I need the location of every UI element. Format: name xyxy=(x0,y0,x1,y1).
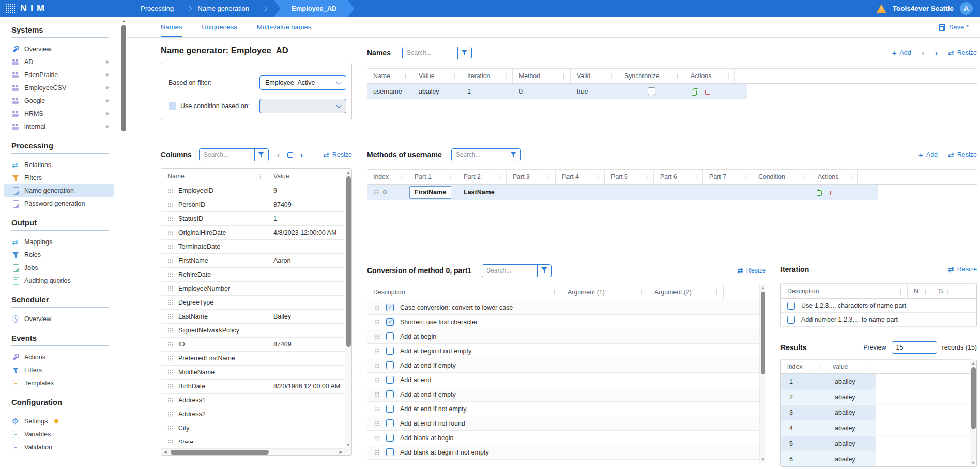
sidebar-item[interactable]: Filters ▶ xyxy=(4,364,114,376)
drag-handle-icon[interactable] xyxy=(374,450,380,455)
column-menu-icon[interactable]: ⋮ xyxy=(742,174,748,180)
column-menu-icon[interactable]: ⋮ xyxy=(923,288,929,294)
scroll-left-icon[interactable]: ◀ xyxy=(162,449,169,456)
drag-handle-icon[interactable] xyxy=(167,342,173,347)
trash-icon[interactable] xyxy=(829,189,835,195)
based-on-filter-select[interactable]: Employee_Active xyxy=(259,75,346,90)
page-indicator-icon[interactable] xyxy=(287,152,293,158)
columns-table-row[interactable]: MiddleName xyxy=(161,366,345,380)
chevron-right-icon[interactable]: ▶ xyxy=(106,124,110,129)
conversion-checkbox[interactable] xyxy=(386,332,394,340)
sidebar-item[interactable]: Jobs ▶ xyxy=(4,261,114,274)
drag-handle-icon[interactable] xyxy=(167,440,173,443)
resize-button[interactable]: ⇄Resize xyxy=(948,266,977,273)
conversion-row[interactable]: Add at begin xyxy=(367,329,759,344)
conversion-checkbox[interactable] xyxy=(386,434,394,442)
next-page-button[interactable]: › xyxy=(300,150,303,159)
use-condition-checkbox[interactable] xyxy=(169,102,176,110)
synchronize-checkbox[interactable] xyxy=(648,87,655,95)
columns-table-row[interactable]: TerminateDate xyxy=(161,240,345,254)
main-tab[interactable]: Uniqueness xyxy=(202,17,237,37)
resize-button[interactable]: ⇄Resize xyxy=(948,151,977,158)
drag-handle-icon[interactable] xyxy=(167,356,173,361)
results-row[interactable]: 1 abailey xyxy=(781,374,970,389)
sidebar-item[interactable]: Google ▶ xyxy=(4,94,114,107)
main-tab[interactable]: Multi-value names xyxy=(257,17,312,37)
columns-table-row[interactable]: BirthDate 8/20/1986 12:00:00 AM xyxy=(161,380,345,394)
column-menu-icon[interactable]: ⋮ xyxy=(257,173,264,179)
sidebar-item[interactable]: EdenPrairie ▶ xyxy=(4,68,114,81)
drag-handle-icon[interactable] xyxy=(167,314,173,319)
columns-table-row[interactable]: FirstName Aaron xyxy=(161,254,345,268)
conversion-checkbox[interactable] xyxy=(386,390,394,398)
columns-table-row[interactable]: EmployeeID 9 xyxy=(161,184,345,198)
column-menu-icon[interactable]: ⋮ xyxy=(552,289,558,295)
results-row[interactable]: 2 abailey xyxy=(781,389,970,405)
scroll-up-icon[interactable]: ▲ xyxy=(760,284,766,291)
chevron-right-icon[interactable]: ▶ xyxy=(106,59,110,64)
conversion-row[interactable]: Add at end if empty xyxy=(367,358,759,373)
chevron-right-icon[interactable]: ▶ xyxy=(106,72,110,77)
column-menu-icon[interactable]: ⋮ xyxy=(595,174,601,180)
sidebar-item[interactable]: EmployeeCSV ▶ xyxy=(4,81,114,94)
drag-handle-icon[interactable] xyxy=(167,398,173,403)
chevron-right-icon[interactable]: ▶ xyxy=(106,85,110,90)
drag-handle-icon[interactable] xyxy=(374,363,380,368)
drag-handle-icon[interactable] xyxy=(374,392,380,397)
breadcrumb-tab[interactable]: Employee_AD xyxy=(274,0,354,17)
columns-table-row[interactable]: RehireDate xyxy=(161,268,345,282)
sidebar-item[interactable]: Overview ▶ xyxy=(4,312,114,325)
conversion-row[interactable]: Case conversion: convert to lower case xyxy=(367,300,759,315)
columns-table-row[interactable]: LastName Bailey xyxy=(161,310,345,324)
drag-handle-icon[interactable] xyxy=(374,305,380,310)
scrollbar-thumb[interactable] xyxy=(346,176,351,347)
filter-button[interactable] xyxy=(537,265,551,277)
column-menu-icon[interactable]: ⋮ xyxy=(399,174,405,180)
sidebar-item[interactable]: Name generation ▶ xyxy=(4,184,114,197)
drag-handle-icon[interactable] xyxy=(167,216,173,221)
main-tab[interactable]: Names xyxy=(161,17,182,37)
add-button[interactable]: +Add xyxy=(892,49,911,57)
copy-icon[interactable] xyxy=(817,189,823,195)
drag-handle-icon[interactable] xyxy=(374,334,380,339)
vertical-scrollbar[interactable]: ▲ ▼ xyxy=(345,169,351,455)
drag-handle-icon[interactable] xyxy=(167,202,173,207)
column-menu-icon[interactable]: ⋮ xyxy=(561,73,567,79)
columns-table-row[interactable]: StatusID 1 xyxy=(161,212,345,226)
column-menu-icon[interactable]: ⋮ xyxy=(802,174,808,180)
scroll-up-icon[interactable]: ▲ xyxy=(345,169,351,175)
columns-table-row[interactable]: City xyxy=(161,421,345,435)
part2-cell[interactable]: LastName xyxy=(457,189,507,196)
breadcrumb-tab[interactable]: Processing xyxy=(137,0,194,17)
scroll-down-icon[interactable]: ▼ xyxy=(970,460,976,466)
conversion-checkbox[interactable] xyxy=(386,419,394,427)
columns-table-row[interactable]: PersonID 87409 xyxy=(161,198,345,212)
resize-button[interactable]: ⇄Resize xyxy=(323,151,352,158)
scroll-right-icon[interactable]: ▶ xyxy=(338,449,344,456)
conversion-row[interactable]: Add at end if not found xyxy=(367,416,759,431)
column-menu-icon[interactable]: ⋮ xyxy=(714,289,720,295)
sidebar-item[interactable]: Roles ▶ xyxy=(4,248,114,261)
sidebar-item[interactable]: Relations ▶ xyxy=(4,158,114,171)
iteration-checkbox[interactable] xyxy=(787,316,795,324)
column-menu-icon[interactable]: ⋮ xyxy=(608,73,615,79)
scrollbar-thumb[interactable] xyxy=(971,367,976,429)
column-menu-icon[interactable]: ⋮ xyxy=(848,174,854,180)
sidebar-item[interactable]: Variables ▶ xyxy=(4,428,114,441)
sidebar-item[interactable]: Templates ▶ xyxy=(4,376,114,389)
save-button[interactable]: Save * xyxy=(939,17,969,37)
sidebar-item[interactable]: Overview ▶ xyxy=(4,42,114,55)
tenant-name[interactable]: Tools4ever Seattle xyxy=(893,5,954,12)
column-menu-icon[interactable]: ⋮ xyxy=(497,174,503,180)
column-menu-icon[interactable]: ⋮ xyxy=(944,288,951,294)
vertical-scrollbar[interactable]: ▲ ▼ xyxy=(759,284,766,463)
conversion-checkbox[interactable] xyxy=(386,304,394,311)
columns-table-row[interactable]: State xyxy=(161,435,345,443)
scroll-up-icon[interactable]: ▲ xyxy=(970,360,976,366)
iteration-checkbox[interactable] xyxy=(787,302,795,310)
conversion-checkbox[interactable] xyxy=(386,347,394,355)
names-table-row[interactable]: username abailey 1 0 true xyxy=(367,84,747,99)
scroll-down-icon[interactable]: ▼ xyxy=(760,456,766,462)
drag-handle-icon[interactable] xyxy=(167,188,173,193)
chevron-right-icon[interactable]: ▶ xyxy=(106,111,110,116)
